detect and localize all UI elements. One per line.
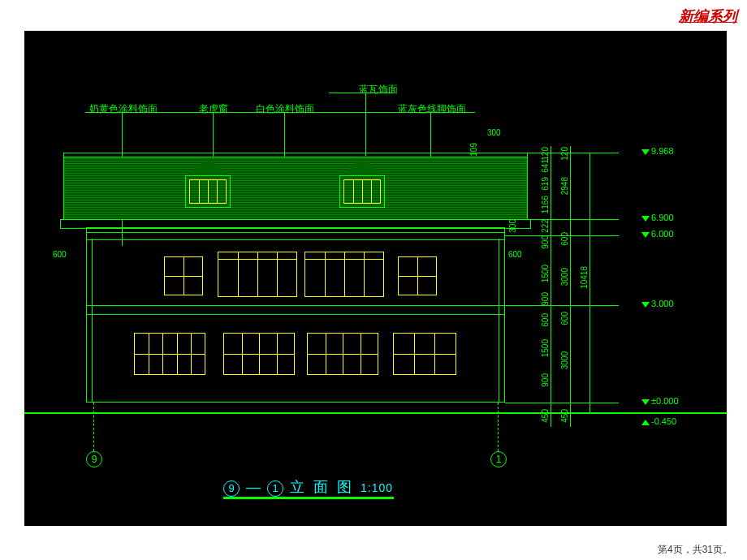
label-gray-molding: 蓝灰色线脚饰面 [398,102,466,116]
window-2f-1 [164,256,203,295]
drawing-title: 9 — 1 立 面 图 1:100 [223,477,393,497]
window-2f-4 [398,256,437,295]
dim-900b: 900 [541,292,550,306]
window-2f-2 [218,252,297,297]
axis-circle-9: 9 [86,451,102,467]
dim-109-top: 109 [469,143,478,157]
dim-600a: 600 [541,313,550,327]
dim-300-right: 300 [508,219,517,233]
dormer-right [339,175,385,208]
dim-641: 641 [541,159,550,173]
window-1f-3 [307,333,378,375]
window-2f-3 [304,252,384,297]
elev-6000: 6.000 [641,229,674,239]
dim2-120: 120 [560,147,569,161]
label-white-paint: 白色涂料饰面 [256,102,314,116]
window-1f-2 [223,333,295,375]
floor-band-mid [86,305,505,315]
dim-1166: 1166 [541,196,550,213]
page-footer: 第4页，共31页。 [658,543,732,557]
roof [63,157,528,220]
dim-900a: 900 [541,235,550,249]
dim2-600a: 600 [560,232,569,246]
axis-circle-1: 1 [490,451,507,467]
floor-band-upper [86,232,505,240]
dim-222: 222 [541,219,550,233]
dim2-3000a: 3000 [560,268,569,286]
dim2-3000b: 3000 [560,351,569,369]
label-dormer: 老虎窗 [199,102,228,116]
elev-3000: 3.000 [641,299,674,308]
dim-1500b: 1500 [541,339,550,357]
dim-450a: 450 [541,409,550,423]
dim2-2948: 2948 [560,177,569,195]
elev-6900: 6.900 [641,213,674,222]
elev-9968: 9.968 [641,146,674,156]
dim-1500a: 1500 [541,265,550,282]
label-cream-paint: 奶黄色涂料饰面 [89,102,158,116]
series-label: 新编系列 [679,6,737,26]
window-1f-4 [393,333,456,375]
ground-line [24,412,727,414]
cad-canvas: 奶黄色涂料饰面 老虎窗 白色涂料饰面 蓝瓦饰面 蓝灰色线脚饰面 [24,31,727,526]
dim2-600b: 600 [560,312,569,325]
elev-n0450: -0.450 [641,416,676,426]
dim2-450: 450 [560,409,569,423]
dim3-10418: 10418 [580,266,589,289]
dormer-left [185,175,231,208]
dim-600-left: 600 [53,250,67,259]
elev-0000: ±0.000 [641,396,679,406]
dim-600-right: 600 [508,250,522,259]
dim-900c: 900 [541,373,550,387]
title-underline [223,497,394,499]
window-1f-1 [134,333,205,375]
dim-619: 619 [541,177,550,191]
dim-300-top: 300 [487,128,501,137]
